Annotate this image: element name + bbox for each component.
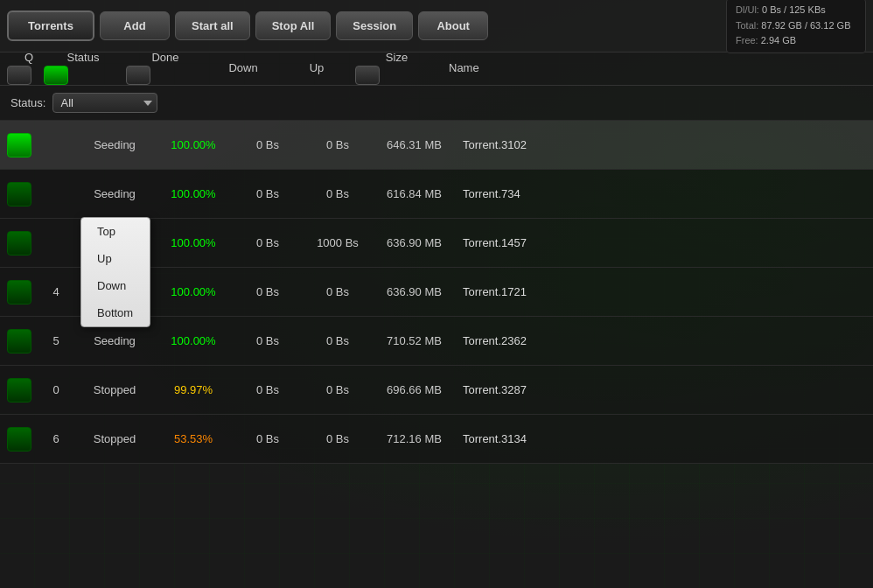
- col-done-header: Done: [126, 51, 205, 64]
- torrent-status: Stopped: [75, 383, 154, 396]
- torrent-queue: 5: [37, 334, 75, 347]
- col-done-filter-area: Done: [126, 51, 205, 87]
- torrent-done: 100.00%: [154, 187, 233, 200]
- add-button[interactable]: Add: [100, 11, 170, 40]
- col-size-filter-area: Size: [355, 51, 438, 87]
- torrent-checkbox[interactable]: [7, 378, 31, 402]
- start-all-button[interactable]: Start all: [175, 11, 250, 40]
- stop-all-button[interactable]: Stop All: [255, 11, 332, 40]
- torrent-up: 0 Bs: [303, 285, 373, 298]
- torrent-down: 0 Bs: [233, 334, 303, 347]
- torrent-name: Torrent.3287: [456, 383, 866, 396]
- torrent-name: Torrent.734: [456, 187, 866, 200]
- torrent-size: 616.84 MB: [373, 187, 456, 200]
- torrent-status: Seeding: [75, 334, 154, 347]
- torrents-button[interactable]: Torrents: [7, 10, 94, 41]
- torrent-name: Torrent.1457: [456, 236, 866, 249]
- dl-ul-value: 0 Bs / 125 KBs: [762, 4, 826, 15]
- col-status-header: Status: [44, 51, 122, 64]
- torrent-down: 0 Bs: [233, 138, 303, 151]
- torrent-status: Seeding: [75, 138, 154, 151]
- col-size-header: Size: [355, 51, 438, 64]
- toolbar: Torrents Add Start all Stop All Session …: [0, 0, 873, 52]
- torrent-down: 0 Bs: [233, 432, 303, 445]
- torrent-down: 0 Bs: [233, 285, 303, 298]
- col-size-filter-btn[interactable]: [355, 66, 380, 85]
- filter-status-select[interactable]: All Downloading Seeding Stopped Paused C…: [52, 93, 157, 113]
- torrent-up: 0 Bs: [303, 187, 373, 200]
- torrent-up: 0 Bs: [303, 383, 373, 396]
- table-row[interactable]: Seeding 100.00% 0 Bs 0 Bs 646.31 MB Torr…: [0, 121, 873, 170]
- torrent-up: 0 Bs: [303, 432, 373, 445]
- torrent-done: 100.00%: [154, 138, 233, 151]
- filter-select-wrapper[interactable]: All Downloading Seeding Stopped Paused C…: [52, 93, 157, 113]
- total-value: 87.92 GB / 63.12 GB: [761, 20, 850, 31]
- col-name-filter-area: Name: [442, 61, 866, 76]
- torrent-done: 99.97%: [154, 383, 233, 396]
- torrent-size: 710.52 MB: [373, 334, 456, 347]
- torrent-up: 1000 Bs: [303, 236, 373, 249]
- torrent-queue: 0: [37, 383, 75, 396]
- table-row[interactable]: Seeding 100.00% 0 Bs 0 Bs 616.84 MB Torr…: [0, 170, 873, 219]
- torrent-status: Stopped: [75, 432, 154, 445]
- col-up-header: Up: [282, 61, 352, 74]
- torrent-down: 0 Bs: [233, 383, 303, 396]
- torrent-queue: 6: [37, 432, 75, 445]
- context-menu-item-top[interactable]: Top: [81, 218, 150, 245]
- session-button[interactable]: Session: [336, 11, 413, 40]
- torrent-size: 646.31 MB: [373, 138, 456, 151]
- dl-ul-label: Dl/Ul:: [736, 4, 759, 15]
- filter-bar: Status: All Downloading Seeding Stopped …: [0, 86, 873, 121]
- torrent-up: 0 Bs: [303, 334, 373, 347]
- about-button[interactable]: About: [418, 11, 488, 40]
- table-row[interactable]: 6 Stopped 53.53% 0 Bs 0 Bs 712.16 MB Tor…: [0, 415, 873, 464]
- col-done-filter-btn[interactable]: [126, 66, 150, 85]
- torrent-down: 0 Bs: [233, 187, 303, 200]
- torrent-checkbox[interactable]: [7, 231, 31, 256]
- torrent-size: 712.16 MB: [373, 432, 456, 445]
- torrent-checkbox[interactable]: [7, 133, 31, 158]
- context-menu-item-up[interactable]: Up: [81, 245, 150, 272]
- torrent-down: 0 Bs: [233, 236, 303, 249]
- torrent-size: 696.66 MB: [373, 383, 456, 396]
- col-down-header: Down: [208, 61, 278, 74]
- torrent-checkbox[interactable]: [7, 280, 31, 304]
- torrent-done: 100.00%: [154, 285, 233, 298]
- col-name-header: Name: [442, 61, 866, 74]
- torrent-name: Torrent.2362: [456, 334, 866, 347]
- col-status-filter-area: Status: [44, 51, 122, 87]
- torrent-checkbox[interactable]: [7, 182, 31, 206]
- col-q-filter-area: Q: [7, 51, 38, 87]
- col-up-filter-area: Up: [282, 61, 352, 76]
- torrent-checkbox[interactable]: [7, 427, 31, 452]
- torrent-status: Seeding: [75, 187, 154, 200]
- torrent-checkbox[interactable]: [7, 329, 31, 354]
- torrent-name: Torrent.1721: [456, 285, 866, 298]
- free-label: Free:: [736, 35, 758, 46]
- col-status-filter-btn[interactable]: [44, 66, 68, 85]
- torrent-name: Torrent.3102: [456, 138, 866, 151]
- col-down-filter-area: Down: [208, 61, 278, 76]
- filter-status-label: Status:: [10, 96, 45, 109]
- stats-panel: Dl/Ul: 0 Bs / 125 KBs Total: 87.92 GB / …: [726, 0, 866, 53]
- total-label: Total:: [736, 20, 758, 31]
- torrent-size: 636.90 MB: [373, 236, 456, 249]
- torrent-queue: 4: [37, 285, 75, 298]
- context-menu: Top Up Down Bottom: [80, 217, 150, 327]
- torrent-size: 636.90 MB: [373, 285, 456, 298]
- column-headers: Q Status Done Down Up Size Name: [0, 52, 873, 86]
- torrent-done: 100.00%: [154, 236, 233, 249]
- table-row[interactable]: 0 Stopped 99.97% 0 Bs 0 Bs 696.66 MB Tor…: [0, 366, 873, 415]
- col-q-filter-btn[interactable]: [7, 66, 31, 85]
- torrent-done: 100.00%: [154, 334, 233, 347]
- context-menu-item-down[interactable]: Down: [81, 272, 150, 299]
- free-value: 2.94 GB: [761, 35, 796, 46]
- context-menu-item-bottom[interactable]: Bottom: [81, 299, 150, 326]
- torrent-up: 0 Bs: [303, 138, 373, 151]
- torrent-name: Torrent.3134: [456, 432, 866, 445]
- torrent-done: 53.53%: [154, 432, 233, 445]
